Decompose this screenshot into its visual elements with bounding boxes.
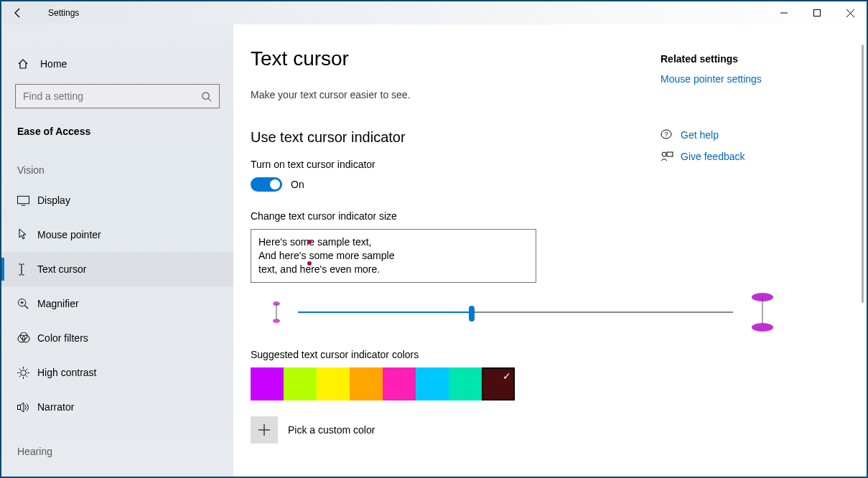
svg-line-5	[208, 98, 211, 101]
sidebar-item-color-filters[interactable]: Color filters	[1, 321, 233, 355]
sidebar-item-label: Mouse pointer	[37, 229, 101, 240]
svg-line-9	[24, 305, 28, 309]
sidebar-item-display[interactable]: Display	[1, 183, 233, 217]
sidebar-item-label: Narrator	[37, 401, 74, 413]
color-swatch[interactable]: ✓	[482, 367, 515, 400]
color-swatch[interactable]	[416, 367, 449, 400]
svg-rect-36	[667, 152, 673, 156]
related-title: Related settings	[661, 53, 847, 65]
color-swatch[interactable]	[350, 367, 383, 400]
sidebar-item-text-cursor[interactable]: Text cursor	[1, 252, 233, 286]
svg-rect-24	[18, 405, 21, 409]
svg-text:?: ?	[664, 131, 668, 138]
svg-line-21	[26, 375, 27, 377]
sample-line: text, and here's even more.	[258, 263, 528, 276]
maximize-button[interactable]	[801, 1, 834, 24]
svg-line-23	[19, 375, 21, 377]
indicator-toggle[interactable]	[251, 177, 282, 192]
close-button[interactable]	[834, 1, 867, 24]
sidebar-item-label: Display	[37, 195, 70, 206]
color-swatch[interactable]	[449, 367, 482, 400]
pick-custom-color-button[interactable]	[251, 416, 278, 444]
help-icon: ?	[661, 129, 681, 141]
search-icon	[201, 91, 212, 102]
scrollbar[interactable]	[862, 44, 864, 303]
svg-rect-6	[17, 196, 29, 203]
color-swatch[interactable]	[251, 367, 284, 400]
get-help-link[interactable]: Get help	[681, 129, 719, 141]
slider-thumb[interactable]	[469, 306, 475, 322]
sample-text-box: Here's some sample text, And here's some…	[251, 229, 536, 283]
back-button[interactable]	[12, 7, 34, 19]
sidebar-item-magnifier[interactable]: Magnifier	[1, 286, 233, 321]
sidebar-item-label: Color filters	[37, 332, 88, 344]
cursor-size-min-icon	[272, 301, 281, 323]
search-field[interactable]	[23, 90, 201, 102]
group-hearing: Hearing	[1, 424, 233, 464]
color-filters-icon	[17, 332, 37, 344]
svg-point-35	[662, 152, 666, 156]
sidebar-item-label: Text cursor	[37, 263, 86, 275]
colors-label: Suggested text cursor indicator colors	[251, 349, 845, 360]
toggle-state: On	[291, 179, 304, 190]
breadcrumb: Ease of Access	[1, 108, 233, 143]
sidebar-item-label: High contrast	[37, 367, 96, 378]
sidebar-item-high-contrast[interactable]: High contrast	[1, 355, 233, 390]
related-settings-pane: Related settings Mouse pointer settings …	[661, 53, 847, 162]
sample-line: And here's some more sample	[258, 249, 528, 263]
sidebar-item-narrator[interactable]: Narrator	[1, 390, 233, 424]
svg-point-4	[202, 92, 209, 98]
home-nav[interactable]: Home	[1, 50, 233, 78]
color-swatch[interactable]	[383, 367, 416, 400]
color-swatches: ✓	[251, 367, 845, 400]
home-icon	[17, 58, 29, 70]
mouse-pointer-settings-link[interactable]: Mouse pointer settings	[661, 73, 847, 85]
plus-icon	[258, 424, 270, 436]
minimize-button[interactable]	[767, 1, 801, 24]
feedback-icon	[661, 151, 681, 162]
cursor-indicator-dot	[307, 240, 312, 244]
svg-line-20	[19, 368, 21, 370]
sidebar-item-mouse-pointer[interactable]: Mouse pointer	[1, 217, 233, 252]
svg-point-27	[273, 319, 280, 323]
text-cursor-icon	[17, 263, 37, 276]
cursor-indicator-dot	[307, 261, 312, 266]
svg-point-15	[21, 370, 27, 375]
svg-line-22	[26, 368, 27, 370]
group-vision: Vision	[1, 143, 233, 183]
display-icon	[17, 195, 37, 206]
cursor-size-max-icon	[750, 293, 775, 332]
sidebar: Home Ease of Access Vision Display Mouse…	[1, 24, 233, 477]
size-slider[interactable]	[298, 311, 733, 313]
high-contrast-icon	[17, 367, 37, 379]
color-swatch[interactable]	[317, 367, 350, 400]
search-input[interactable]	[15, 84, 220, 108]
sample-line: Here's some sample text,	[258, 235, 528, 249]
check-icon: ✓	[503, 370, 511, 382]
window-title: Settings	[48, 8, 79, 18]
magnifier-icon	[17, 298, 37, 310]
size-label: Change text cursor indicator size	[251, 210, 845, 222]
give-feedback-link[interactable]: Give feedback	[681, 151, 745, 162]
pointer-icon	[17, 228, 37, 241]
color-swatch[interactable]	[284, 367, 317, 400]
pick-custom-color-label: Pick a custom color	[288, 424, 375, 436]
svg-point-30	[752, 323, 773, 332]
home-label: Home	[40, 58, 67, 70]
svg-rect-1	[814, 10, 821, 17]
narrator-icon	[17, 402, 37, 413]
sidebar-item-label: Magnifier	[37, 298, 79, 309]
